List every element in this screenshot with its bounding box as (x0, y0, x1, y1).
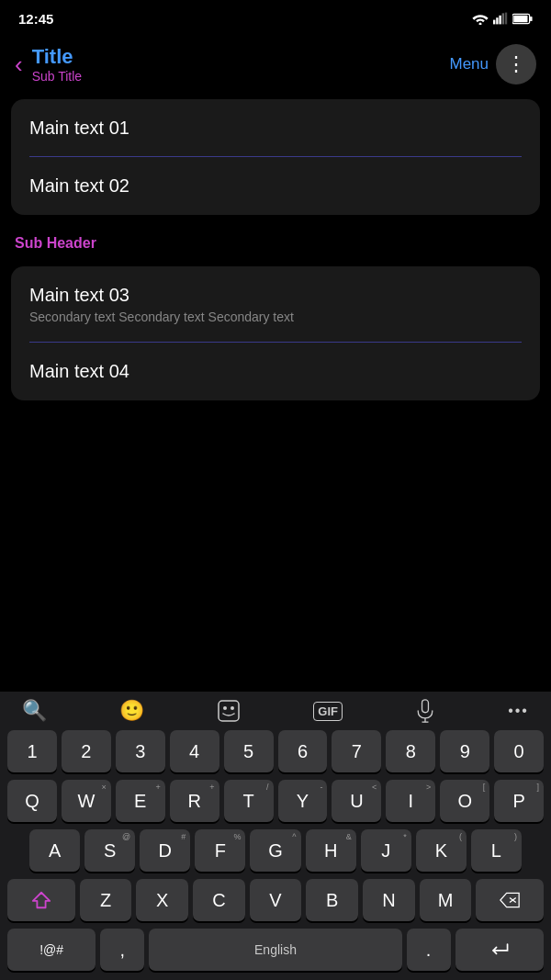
key-3[interactable]: 3 (116, 730, 165, 772)
svg-rect-4 (502, 13, 504, 24)
key-n[interactable]: N (363, 879, 415, 921)
key-o[interactable]: [O (440, 780, 489, 822)
key-f[interactable]: %F (195, 829, 245, 872)
key-u[interactable]: <U (332, 780, 381, 822)
main-text-4: Main text 04 (29, 361, 522, 382)
shift-key[interactable] (7, 879, 75, 921)
key-w[interactable]: ×W (62, 780, 111, 822)
key-5[interactable]: 5 (224, 730, 274, 772)
app-bar-left: ‹ Title Sub Title (15, 45, 82, 84)
comma-key[interactable]: , (100, 929, 144, 971)
key-j[interactable]: *J (361, 829, 411, 872)
backspace-key[interactable] (476, 879, 544, 921)
svg-point-10 (223, 706, 227, 710)
list-card-2: Main text 03 Secondary text Secondary te… (11, 266, 540, 400)
keyboard-qwerty-row: Q ×W +E +R /T -Y <U >I [O ]P (0, 776, 551, 826)
key-y[interactable]: -Y (278, 780, 328, 822)
key-x[interactable]: X (136, 879, 188, 921)
keyboard: 🔍 🙂 GIF ••• 1 2 3 4 5 6 7 (0, 692, 551, 980)
symbols-label: !@# (39, 942, 63, 957)
key-l[interactable]: )L (471, 829, 522, 872)
content-area: Main text 01 Main text 02 Sub Header Mai… (0, 99, 551, 400)
key-b[interactable]: B (306, 879, 358, 921)
key-e[interactable]: +E (116, 780, 165, 822)
svg-rect-7 (530, 16, 533, 20)
key-g[interactable]: ^G (250, 829, 300, 872)
list-item-3[interactable]: Main text 03 Secondary text Secondary te… (11, 266, 540, 343)
period-key[interactable]: . (407, 929, 451, 971)
search-icon[interactable]: 🔍 (22, 699, 47, 723)
key-0[interactable]: 0 (494, 730, 544, 772)
keyboard-number-row: 1 2 3 4 5 6 7 8 9 0 (0, 727, 551, 776)
key-7[interactable]: 7 (332, 730, 381, 772)
title-block: Title Sub Title (32, 45, 82, 84)
key-2[interactable]: 2 (62, 730, 111, 772)
key-9[interactable]: 9 (440, 730, 489, 772)
svg-point-11 (231, 706, 234, 710)
wifi-icon (472, 12, 489, 25)
period-label: . (426, 940, 432, 961)
secondary-text-3: Secondary text Secondary text Secondary … (29, 310, 522, 324)
status-bar: 12:45 (0, 0, 551, 33)
main-text-1: Main text 01 (29, 118, 522, 139)
sub-header: Sub Header (11, 228, 540, 259)
list-card-1: Main text 01 Main text 02 (11, 99, 540, 215)
key-a[interactable]: A (29, 829, 80, 872)
key-1[interactable]: 1 (7, 730, 57, 772)
battery-icon (512, 13, 533, 25)
key-t[interactable]: /T (224, 780, 274, 822)
key-k[interactable]: (K (416, 829, 467, 872)
more-options-icon[interactable]: ••• (508, 703, 529, 719)
key-8[interactable]: 8 (386, 730, 435, 772)
more-dots-icon: ⋮ (506, 54, 527, 74)
svg-rect-3 (499, 16, 500, 25)
key-q[interactable]: Q (7, 780, 57, 822)
status-icons (472, 12, 533, 25)
gif-icon[interactable]: GIF (313, 702, 343, 721)
list-item-4[interactable]: Main text 04 (11, 343, 540, 400)
symbols-key[interactable]: !@# (7, 929, 96, 971)
key-d[interactable]: #D (140, 829, 190, 872)
svg-rect-12 (422, 700, 429, 713)
key-r[interactable]: +R (170, 780, 219, 822)
main-text-3: Main text 03 (29, 285, 522, 306)
back-button[interactable]: ‹ (15, 52, 23, 76)
main-text-2: Main text 02 (29, 175, 522, 197)
sticker-icon[interactable] (217, 699, 241, 723)
app-subtitle: Sub Title (32, 69, 82, 84)
keyboard-asdf-row: A @S #D %F ^G &H *J (K )L (0, 826, 551, 875)
svg-rect-1 (493, 20, 495, 25)
svg-rect-9 (219, 701, 239, 721)
key-z[interactable]: Z (80, 879, 132, 921)
app-title: Title (32, 45, 82, 69)
app-bar: ‹ Title Sub Title Menu ⋮ (0, 33, 551, 99)
voice-icon[interactable] (415, 699, 435, 723)
svg-rect-2 (496, 17, 498, 24)
list-item-1[interactable]: Main text 01 (11, 99, 540, 157)
key-h[interactable]: &H (306, 829, 356, 872)
more-button[interactable]: ⋮ (496, 44, 536, 84)
list-item-2[interactable]: Main text 02 (11, 157, 540, 215)
key-v[interactable]: V (250, 879, 302, 921)
keyboard-zxcv-row: Z X C V B N M (0, 875, 551, 925)
key-4[interactable]: 4 (170, 730, 219, 772)
emoji-icon[interactable]: 🙂 (119, 699, 144, 723)
key-m[interactable]: M (420, 879, 472, 921)
svg-point-0 (479, 23, 482, 26)
key-p[interactable]: ]P (494, 780, 544, 822)
keyboard-toolbar: 🔍 🙂 GIF ••• (0, 692, 551, 727)
svg-rect-5 (505, 13, 507, 25)
key-6[interactable]: 6 (278, 730, 328, 772)
menu-label[interactable]: Menu (449, 55, 489, 73)
space-label: English (254, 942, 297, 957)
status-time: 12:45 (18, 11, 53, 27)
keyboard-bottom-row: !@# , English . (0, 925, 551, 980)
svg-rect-8 (513, 15, 527, 22)
space-key[interactable]: English (149, 929, 401, 971)
enter-key[interactable] (455, 929, 544, 971)
key-s[interactable]: @S (84, 829, 135, 872)
key-c[interactable]: C (193, 879, 245, 921)
app-bar-right: Menu ⋮ (449, 44, 536, 84)
comma-label: , (120, 940, 126, 961)
key-i[interactable]: >I (386, 780, 435, 822)
